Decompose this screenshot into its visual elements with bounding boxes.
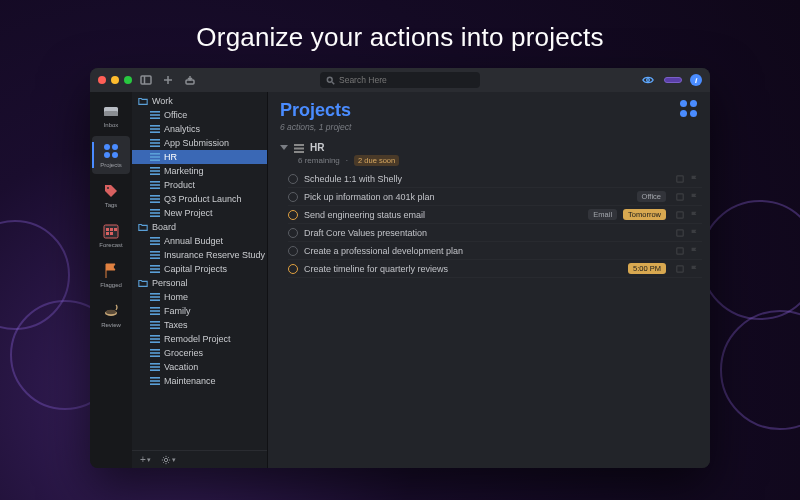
folder-item[interactable]: Board	[132, 220, 267, 234]
svg-rect-41	[150, 195, 160, 197]
svg-rect-53	[150, 265, 160, 267]
quick-entry-button[interactable]	[182, 72, 198, 88]
project-item[interactable]: Q3 Product Launch	[132, 192, 267, 206]
perspective-tags[interactable]: Tags	[92, 176, 130, 214]
flag-indicator-icon	[690, 229, 698, 237]
search-field[interactable]	[320, 72, 480, 88]
add-menu-button[interactable]: +▾	[140, 454, 151, 465]
svg-rect-81	[677, 175, 683, 181]
svg-rect-25	[150, 117, 160, 119]
svg-rect-64	[150, 327, 160, 329]
task-row[interactable]: Send engineering status emailEmailTomorr…	[288, 206, 702, 224]
minimize-window-button[interactable]	[111, 76, 119, 84]
svg-rect-49	[150, 243, 160, 245]
main-content: Projects 6 actions, 1 project HR 6 remai…	[268, 92, 710, 468]
task-row[interactable]: Create timeline for quarterly reviews5:0…	[288, 260, 702, 278]
remaining-count: 6 remaining	[298, 156, 340, 165]
task-status-circle[interactable]	[288, 192, 298, 202]
task-status-circle[interactable]	[288, 246, 298, 256]
svg-rect-40	[150, 187, 160, 189]
svg-rect-59	[150, 307, 160, 309]
project-item[interactable]: HR	[132, 150, 267, 164]
svg-rect-65	[150, 335, 160, 337]
sidebar-footer: +▾ ▾	[132, 450, 267, 468]
project-item[interactable]: Maintenance	[132, 374, 267, 388]
perspective-review[interactable]: Review	[92, 296, 130, 334]
project-label: HR	[164, 152, 177, 162]
project-item[interactable]: Vacation	[132, 360, 267, 374]
svg-rect-47	[150, 237, 160, 239]
folder-item[interactable]: Work	[132, 94, 267, 108]
svg-rect-0	[141, 76, 151, 84]
zoom-window-button[interactable]	[124, 76, 132, 84]
project-item[interactable]: Taxes	[132, 318, 267, 332]
note-indicator-icon	[676, 229, 684, 237]
project-item[interactable]: App Submission	[132, 136, 267, 150]
flag-indicator-icon	[690, 193, 698, 201]
task-tag[interactable]: Office	[637, 191, 666, 202]
project-label: Family	[164, 306, 191, 316]
svg-rect-16	[106, 228, 109, 231]
task-row[interactable]: Create a professional development plan	[288, 242, 702, 260]
new-action-button[interactable]	[160, 72, 176, 88]
task-row[interactable]: Pick up information on 401k planOffice	[288, 188, 702, 206]
inspector-button[interactable]: i	[690, 74, 702, 86]
tags-icon	[102, 182, 120, 200]
project-item[interactable]: Marketing	[132, 164, 267, 178]
project-item[interactable]: Insurance Reserve Study	[132, 248, 267, 262]
perspective-projects[interactable]: Projects	[92, 136, 130, 174]
svg-rect-23	[150, 111, 160, 113]
search-input[interactable]	[339, 75, 474, 85]
inbox-icon	[102, 102, 120, 120]
task-title: Create a professional development plan	[304, 246, 666, 256]
project-item[interactable]: Family	[132, 304, 267, 318]
task-status-circle[interactable]	[288, 174, 298, 184]
task-status-circle[interactable]	[288, 210, 298, 220]
svg-rect-48	[150, 240, 160, 242]
svg-rect-66	[150, 338, 160, 340]
due-soon-badge: 2 due soon	[354, 155, 399, 166]
toggle-sidebar-button[interactable]	[138, 72, 154, 88]
project-item[interactable]: Annual Budget	[132, 234, 267, 248]
svg-rect-9	[104, 111, 118, 116]
task-status-circle[interactable]	[288, 228, 298, 238]
svg-rect-72	[150, 366, 160, 368]
svg-rect-30	[150, 142, 160, 144]
focus-toggle[interactable]	[664, 77, 682, 83]
perspective-rail: Inbox Projects Tags Forecast	[90, 92, 132, 468]
task-row[interactable]: Schedule 1:1 with Shelly	[288, 170, 702, 188]
project-group-header[interactable]: HR	[268, 138, 710, 155]
svg-point-11	[112, 144, 118, 150]
close-window-button[interactable]	[98, 76, 106, 84]
task-status-circle[interactable]	[288, 264, 298, 274]
svg-rect-83	[677, 211, 683, 217]
project-item[interactable]: Home	[132, 290, 267, 304]
note-indicator-icon	[676, 211, 684, 219]
settings-menu-button[interactable]: ▾	[161, 455, 176, 465]
folder-item[interactable]: Personal	[132, 276, 267, 290]
svg-rect-74	[150, 377, 160, 379]
project-item[interactable]: Office	[132, 108, 267, 122]
svg-rect-38	[150, 181, 160, 183]
svg-rect-35	[150, 167, 160, 169]
disclosure-triangle-icon[interactable]	[280, 145, 288, 150]
project-item[interactable]: Capital Projects	[132, 262, 267, 276]
project-item[interactable]: Analytics	[132, 122, 267, 136]
task-tag[interactable]: Email	[588, 209, 617, 220]
perspective-flagged[interactable]: Flagged	[92, 256, 130, 294]
svg-rect-18	[114, 228, 117, 231]
svg-rect-24	[150, 114, 160, 116]
task-row[interactable]: Draft Core Values presentation	[288, 224, 702, 242]
project-item[interactable]: Groceries	[132, 346, 267, 360]
perspective-forecast[interactable]: Forecast	[92, 216, 130, 254]
project-icon	[294, 143, 304, 153]
marketing-tagline: Organize your actions into projects	[0, 0, 800, 53]
view-options-button[interactable]	[640, 72, 656, 88]
project-label: Marketing	[164, 166, 204, 176]
project-item[interactable]: Product	[132, 178, 267, 192]
perspective-inbox[interactable]: Inbox	[92, 96, 130, 134]
svg-rect-84	[677, 229, 683, 235]
perspective-label: Forecast	[99, 242, 122, 248]
project-item[interactable]: Remodel Project	[132, 332, 267, 346]
project-item[interactable]: New Project	[132, 206, 267, 220]
